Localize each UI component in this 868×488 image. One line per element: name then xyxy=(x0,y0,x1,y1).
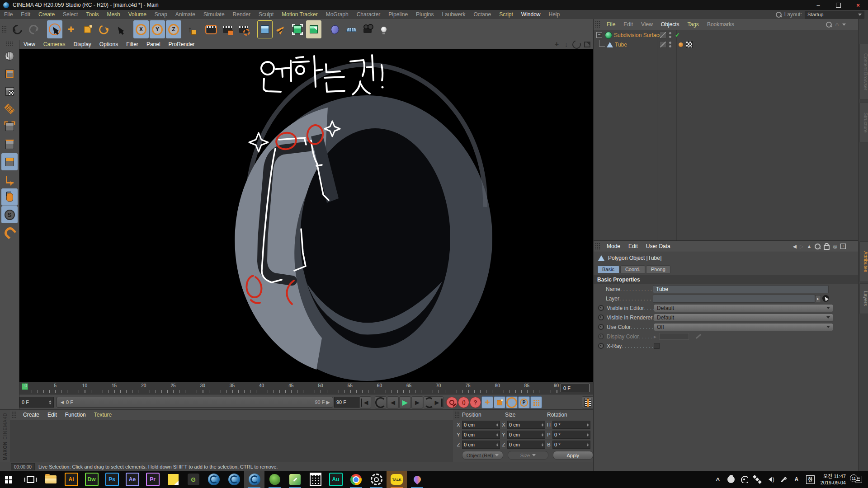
expand-arrow-icon[interactable]: ▸ xyxy=(654,333,656,340)
notification-center[interactable]: 11 xyxy=(852,476,865,483)
viewport-pan-icon[interactable] xyxy=(553,41,560,48)
minimize-button[interactable]: – xyxy=(808,0,828,10)
viewport-menu-panel[interactable]: Panel xyxy=(142,41,165,47)
tab-structure[interactable]: Structure xyxy=(859,103,868,142)
taskbar-green-app[interactable] xyxy=(264,471,285,488)
chevron-down-icon[interactable] xyxy=(842,23,846,26)
size-x-field[interactable]: 0 cm xyxy=(507,421,545,429)
rotation-h-field[interactable]: 0 ° xyxy=(552,421,590,429)
taskbar-character-app[interactable]: G xyxy=(183,471,203,488)
tool-floor-grid[interactable] xyxy=(344,20,359,38)
home-icon[interactable]: ⌂ xyxy=(835,21,839,28)
menu-snap[interactable]: Snap xyxy=(151,11,171,18)
mode-snap-settings[interactable] xyxy=(1,206,18,223)
tab-basic[interactable]: Basic xyxy=(597,265,619,273)
onedrive-icon[interactable] xyxy=(727,476,735,483)
object-name[interactable]: Tube xyxy=(615,42,627,48)
play-button[interactable] xyxy=(399,396,411,408)
menu-character[interactable]: Character xyxy=(353,11,385,18)
menu-create[interactable]: Create xyxy=(34,11,59,18)
anim-position-button[interactable] xyxy=(481,396,493,408)
object-row-tube[interactable]: Tube xyxy=(594,40,859,49)
menu-select[interactable]: Select xyxy=(59,11,82,18)
tool-rotate[interactable] xyxy=(96,20,111,38)
ime-hangul-icon[interactable]: 한 xyxy=(806,475,815,484)
menu-tools[interactable]: Tools xyxy=(82,11,103,18)
viewport-zoom-icon[interactable] xyxy=(563,41,570,48)
layer-toggle-icon[interactable] xyxy=(660,41,666,48)
tool-extrude[interactable] xyxy=(306,20,321,38)
apply-button[interactable]: Apply xyxy=(553,451,593,460)
taskbar-illustrator[interactable]: Ai xyxy=(61,471,81,488)
tool-subdivision-surface[interactable] xyxy=(290,20,305,38)
toolbar-grip[interactable] xyxy=(1,26,7,33)
wifi-icon[interactable] xyxy=(741,476,748,483)
tool-light[interactable] xyxy=(376,20,392,38)
om-menu-file[interactable]: File xyxy=(603,21,619,28)
tray-chevron-icon[interactable] xyxy=(714,476,722,483)
taskbar-kakaotalk[interactable]: TALK xyxy=(387,471,407,488)
taskbar-premiere[interactable]: Pr xyxy=(142,471,163,488)
prev-frame-button[interactable] xyxy=(387,396,399,408)
menu-motion-tracker[interactable]: Motion Tracker xyxy=(278,11,321,18)
om-menu-objects[interactable]: Objects xyxy=(657,21,684,28)
tool-pen-spline[interactable] xyxy=(274,20,289,38)
menu-file[interactable]: File xyxy=(0,11,17,18)
viewport-toggle-icon[interactable] xyxy=(584,41,590,48)
taskbar-task-view[interactable] xyxy=(20,471,41,488)
visibility-dots-icon[interactable] xyxy=(669,32,671,38)
new-window-icon[interactable]: + xyxy=(840,244,846,249)
mode-axis-mode[interactable] xyxy=(1,171,18,188)
taskbar-paint-app[interactable] xyxy=(285,471,305,488)
tool-add-cube[interactable] xyxy=(257,20,273,38)
target-icon[interactable]: ◎ xyxy=(833,244,837,249)
enable-toggle-icon[interactable] xyxy=(598,314,604,320)
tool-render-pv[interactable] xyxy=(220,20,235,38)
taskbar-chrome[interactable] xyxy=(346,471,366,488)
om-menu-tags[interactable]: Tags xyxy=(684,21,703,28)
position-y-field[interactable]: 0 cm xyxy=(462,431,500,439)
menu-script[interactable]: Script xyxy=(495,11,517,18)
layer-pick-icon[interactable] xyxy=(822,295,829,302)
menu-plugins[interactable]: Plugins xyxy=(412,11,438,18)
taskbar-cinema4d-1[interactable] xyxy=(203,471,224,488)
display-color-swatch[interactable] xyxy=(659,333,689,340)
tool-redo[interactable] xyxy=(26,20,41,38)
use-color-select[interactable]: Off xyxy=(654,323,833,331)
taskbar-cinema4d-2[interactable] xyxy=(224,471,244,488)
search-icon[interactable] xyxy=(776,12,782,18)
tool-last-tool[interactable] xyxy=(112,20,127,38)
tab-coord[interactable]: Coord. xyxy=(620,265,645,273)
tool-camera[interactable] xyxy=(360,20,375,38)
taskbar-clock[interactable]: 오전 11:47 2019-09-04 xyxy=(821,473,846,486)
prev-key-button[interactable] xyxy=(375,396,387,408)
tool-axis-y[interactable] xyxy=(150,20,165,38)
am-menu-mode[interactable]: Mode xyxy=(603,243,624,249)
mm-menu-function[interactable]: Function xyxy=(61,412,90,418)
visibility-dots-icon[interactable] xyxy=(669,42,671,47)
goto-end-button[interactable] xyxy=(432,396,443,408)
mode-magnet-tool[interactable] xyxy=(1,224,18,241)
mode-make-editable[interactable] xyxy=(1,47,18,65)
mode-edges-mode[interactable] xyxy=(1,136,18,153)
object-manager-grip[interactable] xyxy=(595,21,600,28)
layer-browse-icon[interactable]: ▸ xyxy=(815,295,821,302)
timeline-slider[interactable]: ◄ 0 F 90 F ▶ xyxy=(57,397,333,408)
tool-scale[interactable] xyxy=(80,20,95,38)
mm-menu-texture[interactable]: Texture xyxy=(90,412,116,418)
visible-editor-select[interactable]: Default xyxy=(654,304,833,312)
tool-axis-z[interactable] xyxy=(166,20,181,38)
menu-render[interactable]: Render xyxy=(229,11,255,18)
tool-render-view[interactable] xyxy=(203,20,219,38)
search-icon[interactable] xyxy=(826,22,832,28)
mm-menu-edit[interactable]: Edit xyxy=(43,412,61,418)
mode-texture-mode[interactable] xyxy=(1,83,18,100)
taskbar-dreamweaver[interactable]: Dw xyxy=(81,471,102,488)
mm-menu-create[interactable]: Create xyxy=(19,412,43,418)
viewport-menu-options[interactable]: Options xyxy=(95,41,122,47)
coordinates-grip[interactable] xyxy=(454,411,460,418)
taskbar-settings[interactable] xyxy=(366,471,387,488)
autokey-button[interactable] xyxy=(458,397,469,408)
timeline-ruler[interactable]: 051015202530354045505560657075808590 0 F xyxy=(19,382,593,394)
taskbar-calendar[interactable] xyxy=(305,471,326,488)
